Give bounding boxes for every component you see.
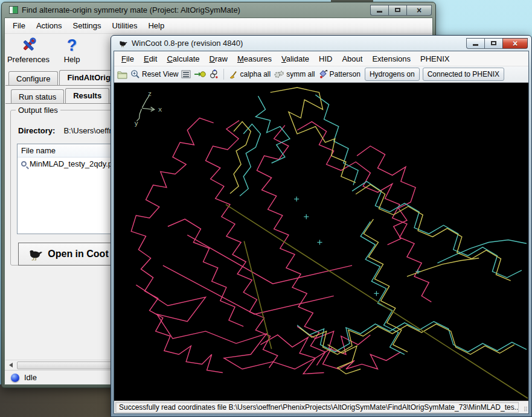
molecule-trace-pink xyxy=(168,219,243,326)
preferences-button[interactable]: Preferences xyxy=(7,36,50,67)
menu-file[interactable]: File xyxy=(117,53,139,65)
molecule-icon xyxy=(209,69,219,79)
menu-measures[interactable]: Measures xyxy=(232,53,277,65)
molecule-trace-pink xyxy=(131,118,223,373)
undo-molecule-chooser-button[interactable] xyxy=(194,70,206,78)
axis-label-x: x xyxy=(158,106,162,113)
folder-icon xyxy=(117,70,127,79)
tools-icon xyxy=(19,36,37,54)
molecule-trace-pink xyxy=(257,126,325,366)
open-coordinates-button[interactable] xyxy=(117,70,127,79)
open-in-coot-button[interactable]: Open in Coot xyxy=(18,243,118,266)
preferences-label: Preferences xyxy=(7,55,50,64)
statusbar-message: Successfully read coordinates file B:\Us… xyxy=(115,402,519,413)
gl-viewport: zxy xyxy=(114,83,528,401)
axis-label-z: z xyxy=(148,90,152,98)
molecule-trace-pink xyxy=(187,235,352,284)
resize-grip-icon[interactable]: ⠿ xyxy=(519,402,527,413)
menu-file[interactable]: File xyxy=(7,20,31,31)
wincoot-toolbar: Reset View xyxy=(114,66,528,83)
coot-app-icon xyxy=(118,39,128,48)
maximize-icon xyxy=(491,41,496,45)
minimize-icon xyxy=(473,44,478,46)
maximize-icon xyxy=(395,8,400,12)
help-button[interactable]: ? Help xyxy=(51,36,93,67)
patterson-label: Patterson xyxy=(330,70,361,78)
status-idle-label: Idle xyxy=(24,373,37,382)
scroll-left-icon xyxy=(9,363,13,368)
menu-about[interactable]: About xyxy=(337,53,367,65)
tab-run-status[interactable]: Run status xyxy=(11,89,64,103)
close-icon: × xyxy=(417,6,421,14)
symm-all-button[interactable]: symm all xyxy=(274,70,315,79)
molecule-trace-cyan xyxy=(352,182,522,278)
molecule-trace-yellow xyxy=(271,88,356,182)
menu-draw[interactable]: Draw xyxy=(205,53,232,65)
reset-view-icon xyxy=(130,69,140,79)
display-manager-button[interactable] xyxy=(181,70,191,78)
phenix-window-title: Find alternate-origin symmetry mate (Pro… xyxy=(22,5,240,14)
output-files-label: Output files xyxy=(16,106,60,115)
menu-edit[interactable]: Edit xyxy=(139,53,162,65)
brush-icon xyxy=(229,70,238,79)
wincoot-window-controls: × xyxy=(466,38,528,49)
menu-utilities[interactable]: Utilities xyxy=(107,20,143,31)
minimize-button[interactable] xyxy=(466,38,484,49)
hydrogens-toggle-button[interactable]: Hydrogens on xyxy=(365,68,420,81)
green-arrow-ball-icon xyxy=(194,70,206,78)
minimize-button[interactable] xyxy=(370,5,388,16)
wincoot-statusbar: Successfully read coordinates file B:\Us… xyxy=(114,401,528,413)
close-button[interactable]: × xyxy=(406,5,432,16)
display-manager-icon xyxy=(181,70,191,78)
patterson-icon xyxy=(318,69,328,79)
help-icon: ? xyxy=(63,36,81,54)
menu-settings[interactable]: Settings xyxy=(68,20,107,31)
maximize-button[interactable] xyxy=(484,38,502,49)
menu-extensions[interactable]: Extensions xyxy=(367,53,415,65)
molecule-chooser-button[interactable] xyxy=(209,69,219,79)
molecule-trace-cyan xyxy=(437,240,527,263)
menu-actions[interactable]: Actions xyxy=(31,20,68,31)
symm-all-label: symm all xyxy=(286,70,315,78)
magnifier-icon xyxy=(21,161,27,167)
axis-label-y: y xyxy=(134,119,138,127)
scroll-left-button[interactable] xyxy=(5,360,16,371)
wincoot-titlebar[interactable]: WinCoot 0.8-pre (revision 4840) × xyxy=(114,36,529,51)
gl-canvas-svg[interactable]: zxy xyxy=(114,83,528,401)
gears-icon xyxy=(274,70,284,79)
reset-view-button[interactable]: Reset View xyxy=(130,69,178,79)
molecule-trace-pink xyxy=(136,285,324,374)
wincoot-window-title: WinCoot 0.8-pre (revision 4840) xyxy=(132,39,243,48)
menu-phenix[interactable]: PHENIX xyxy=(415,53,454,65)
coot-bird-icon xyxy=(28,247,43,261)
wincoot-menubar: FileEditCalculateDrawMeasuresValidateHID… xyxy=(114,51,528,66)
close-button[interactable]: × xyxy=(502,38,528,49)
patterson-button[interactable]: Patterson xyxy=(318,69,361,79)
reset-view-label: Reset View xyxy=(142,70,178,78)
wincoot-window-body: FileEditCalculateDrawMeasuresValidateHID… xyxy=(114,51,529,414)
menu-validate[interactable]: Validate xyxy=(277,53,314,65)
help-label: Help xyxy=(64,55,80,64)
directory-label: Directory: xyxy=(18,126,55,135)
connected-to-phenix-button[interactable]: Connected to PHENIX xyxy=(423,68,504,81)
file-name-cell: MinMLAD_testy_2qdy.pdb xyxy=(30,159,121,168)
calpha-all-label: calpha all xyxy=(240,70,271,78)
calpha-all-button[interactable]: calpha all xyxy=(229,70,271,79)
molecule-trace-cyan xyxy=(255,96,290,163)
molecule-trace-pink xyxy=(163,266,334,314)
tab-results[interactable]: Results xyxy=(65,88,109,103)
open-in-coot-label: Open in Coot xyxy=(48,249,108,259)
phenix-window-controls: × xyxy=(370,5,432,16)
phenix-titlebar[interactable]: Find alternate-origin symmetry mate (Pro… xyxy=(4,2,433,18)
menu-calculate[interactable]: Calculate xyxy=(162,53,204,65)
molecule-trace-cyan xyxy=(361,221,405,354)
close-icon: × xyxy=(513,39,518,48)
menu-hid[interactable]: HID xyxy=(314,53,337,65)
minimize-icon xyxy=(377,11,382,13)
maximize-button[interactable] xyxy=(388,5,406,16)
molecule-trace-pink xyxy=(297,326,370,354)
status-idle-icon xyxy=(11,374,19,382)
menu-help[interactable]: Help xyxy=(143,20,170,31)
tab-configure[interactable]: Configure xyxy=(8,71,58,85)
molecule-trace-olive xyxy=(226,205,528,398)
